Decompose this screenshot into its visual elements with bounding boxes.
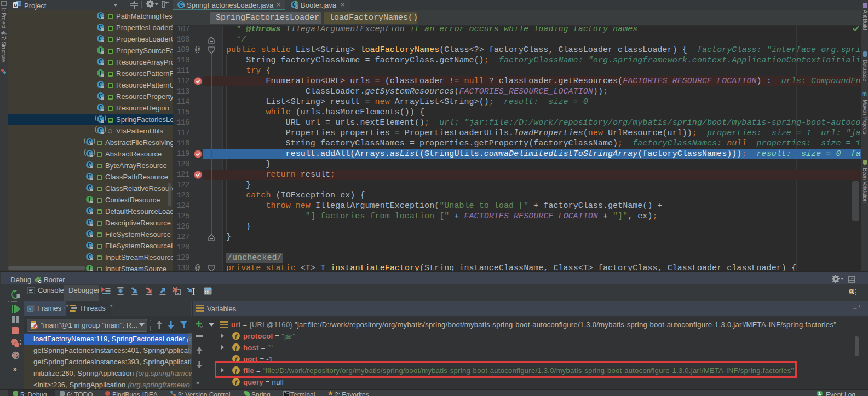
- svg-text:s: s: [29, 307, 31, 311]
